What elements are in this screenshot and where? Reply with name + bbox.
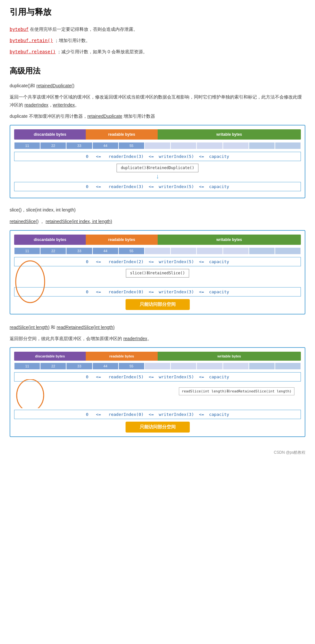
buf-bar-3: discardable bytes readable bytes writabl… bbox=[14, 352, 301, 361]
method-duplicate-line: duplicate()和 retainedDuplicate() bbox=[10, 82, 305, 90]
buf-bar-1: discardable bytes readable bytes writabl… bbox=[14, 129, 301, 140]
readRetainedSlice-link: readRetainedSlice(int length) bbox=[57, 325, 115, 330]
seg-readable-2: readable bytes bbox=[86, 235, 157, 245]
readSlice-link: readSlice(int length) bbox=[10, 325, 50, 330]
cell-e5-2 bbox=[249, 247, 275, 254]
cell-e3-1 bbox=[197, 142, 223, 149]
buf-bar-2: discardable bytes readable bytes writabl… bbox=[14, 235, 301, 245]
method-retaineddup-text: retainedDuplicate() bbox=[36, 83, 74, 88]
ref-line2: bytebuf.retain() ；增加引用计数。 bbox=[10, 37, 305, 45]
index-cells-1: 11 22 33 44 55 bbox=[14, 142, 301, 149]
retainedSlice-int-link: retainedSlice(int index, int length) bbox=[46, 219, 112, 224]
seg-discardable-3: discardable bytes bbox=[14, 352, 86, 361]
section-title-reference: 引用与释放 bbox=[10, 6, 305, 20]
seg-writable-3: writable bytes bbox=[158, 352, 301, 361]
index-cells-3: 11 22 33 44 55 bbox=[14, 363, 301, 370]
seg-writable-1: writable bytes bbox=[158, 129, 301, 140]
cell-33-3: 33 bbox=[66, 363, 92, 370]
cell-44-2: 44 bbox=[92, 247, 118, 254]
arrow-label-1: duplicate()和retainedDuplicate() bbox=[117, 164, 198, 172]
cell-e4-2 bbox=[223, 247, 249, 254]
cell-11-3: 11 bbox=[14, 363, 40, 370]
arrow-block-1: duplicate()和retainedDuplicate() ↓ bbox=[14, 164, 301, 180]
cell-e1-3 bbox=[144, 363, 171, 370]
cell-33-1: 33 bbox=[66, 142, 92, 149]
cell-55-2: 55 bbox=[118, 247, 144, 254]
index-cells-2: 11 22 33 44 55 bbox=[14, 247, 301, 254]
cell-55-3: 55 bbox=[118, 363, 144, 370]
partial-label-2: 只能访问部分空间 bbox=[126, 299, 190, 310]
method-readslice-line: readSlice(int length) 和 readRetainedSlic… bbox=[10, 323, 305, 331]
arrow-block-2: slice()和retainedSlice() bbox=[14, 269, 301, 278]
capacity-top-1: 0 <= readerIndex(3) <= writerIndex(5) <=… bbox=[14, 152, 301, 161]
subsection-slice: slice()，slice(int index, int length) ret… bbox=[10, 206, 305, 314]
readslice-float-label: readSlice(int length)和readRetainedSlice(… bbox=[179, 387, 294, 395]
cell-22-2: 22 bbox=[40, 247, 66, 254]
subsection-readslice: readSlice(int length) 和 readRetainedSlic… bbox=[10, 323, 305, 437]
capacity-bot-1: 0 <= readerIndex(3) <= writerIndex(5) <=… bbox=[14, 182, 301, 191]
cell-e5-3 bbox=[249, 363, 275, 370]
ref-line3: bytebuf.release() ；减少引用计数，如果为 0 会释放底层资源。 bbox=[10, 48, 305, 56]
ref-line2-text: ；增加引用计数。 bbox=[54, 38, 90, 43]
cell-e2-3 bbox=[171, 363, 197, 370]
method-slice-line2: retainedSlice() ， retainedSlice(int inde… bbox=[10, 218, 305, 226]
cell-e4-1 bbox=[223, 142, 249, 149]
ref-line3-text: ；减少引用计数，如果为 0 会释放底层资源。 bbox=[57, 49, 147, 54]
arrow-label-2: slice()和retainedSlice() bbox=[126, 269, 189, 278]
partial-label-3: 只能访问部分空间 bbox=[126, 422, 190, 433]
section-title-advanced: 高级用法 bbox=[10, 66, 305, 76]
cell-44-1: 44 bbox=[92, 142, 118, 149]
cell-e1-1 bbox=[144, 142, 171, 149]
method-duplicate-text: duplicate()和 bbox=[10, 83, 36, 88]
cell-e4-3 bbox=[223, 363, 249, 370]
cell-11-2: 11 bbox=[14, 247, 40, 254]
footnote: CSDN @ps酷教程 bbox=[10, 450, 305, 455]
cell-e2-1 bbox=[171, 142, 197, 149]
seg-writable-2: writable bytes bbox=[158, 235, 301, 245]
cell-e6-3 bbox=[275, 363, 301, 370]
code-release: bytebuf.release() bbox=[10, 49, 56, 54]
cell-e1-2 bbox=[144, 247, 171, 254]
subsection-duplicate: duplicate()和 retainedDuplicate() 返回一个共享该… bbox=[10, 82, 305, 199]
slice-text1: slice()，slice(int index, int length) bbox=[10, 207, 75, 212]
retainedSlice-link: retainedSlice() bbox=[10, 219, 39, 224]
section-advanced: 高级用法 duplicate()和 retainedDuplicate() 返回… bbox=[10, 66, 305, 437]
code-retain: bytebuf.retain() bbox=[10, 38, 53, 43]
cell-e6-1 bbox=[275, 142, 301, 149]
slice-sep: ， bbox=[40, 219, 44, 224]
ref-line1: bytebuf 在使用完毕后一定要记得释放，否则会造成内存泄露。 bbox=[10, 25, 305, 33]
cell-33-2: 33 bbox=[66, 247, 92, 254]
desc-readslice: 返回部分空间，彼此共享底层缓冲区，会增加原缓冲区的 readerIndex。 bbox=[10, 335, 305, 343]
cell-22-3: 22 bbox=[40, 363, 66, 370]
ref-writerIndex-1: writerIndex bbox=[53, 102, 75, 107]
readslice-arc-area: readSlice(int length)和readRetainedSlice(… bbox=[14, 384, 301, 410]
capacity-top-3: 0 <= readerIndex(5) <= writerIndex(5) <=… bbox=[14, 372, 301, 382]
slice-arrow-area: slice()和retainedSlice() bbox=[14, 269, 301, 278]
arrow-down-1: ↓ bbox=[156, 172, 159, 180]
ref-line1-text: 在使用完毕后一定要记得释放，否则会造成内存泄露。 bbox=[30, 27, 138, 32]
ref-readerIndex-3: readerIndex bbox=[123, 336, 147, 341]
cell-e3-3 bbox=[197, 363, 223, 370]
desc-duplicate-1: 返回一个共享该缓冲区整个区域的缓冲区，修改返回缓冲区或当前缓冲区的数据会互相影响… bbox=[10, 93, 305, 109]
seg-readable-1: readable bytes bbox=[86, 129, 157, 140]
seg-discardable-1: discardable bytes bbox=[14, 129, 86, 140]
code-bytebuf: bytebuf bbox=[10, 27, 29, 32]
capacity-top-2: 0 <= readerIndex(2) <= writerIndex(5) <=… bbox=[14, 257, 301, 266]
capacity-bot-2: 0 <= readerIndex(0) <= writerIndex(3) <=… bbox=[14, 287, 301, 296]
cell-11-1: 11 bbox=[14, 142, 40, 149]
diagram-readslice: discardable bytes readable bytes writabl… bbox=[10, 347, 305, 437]
ref-retainedDup: retainedDuplicate bbox=[87, 114, 122, 119]
diagram-duplicate: discardable bytes readable bytes writabl… bbox=[10, 125, 305, 198]
cell-44-3: 44 bbox=[92, 363, 118, 370]
cell-e5-1 bbox=[249, 142, 275, 149]
cell-e2-2 bbox=[171, 247, 197, 254]
svg-point-1 bbox=[17, 379, 44, 408]
ref-readerIndex-1: readerIndex bbox=[24, 102, 48, 107]
desc-duplicate-2: duplicate 不增加缓冲区的引用计数器，retainedDuplicate… bbox=[10, 112, 305, 120]
cell-e3-2 bbox=[197, 247, 223, 254]
cell-55-1: 55 bbox=[118, 142, 144, 149]
diagram-slice: discardable bytes readable bytes writabl… bbox=[10, 230, 305, 314]
section-reference: 引用与释放 bytebuf 在使用完毕后一定要记得释放，否则会造成内存泄露。 b… bbox=[10, 6, 305, 56]
capacity-bot-3: 0 <= readerIndex(0) <= writerIndex(3) <=… bbox=[14, 410, 301, 419]
seg-readable-3: readable bytes bbox=[86, 352, 157, 361]
